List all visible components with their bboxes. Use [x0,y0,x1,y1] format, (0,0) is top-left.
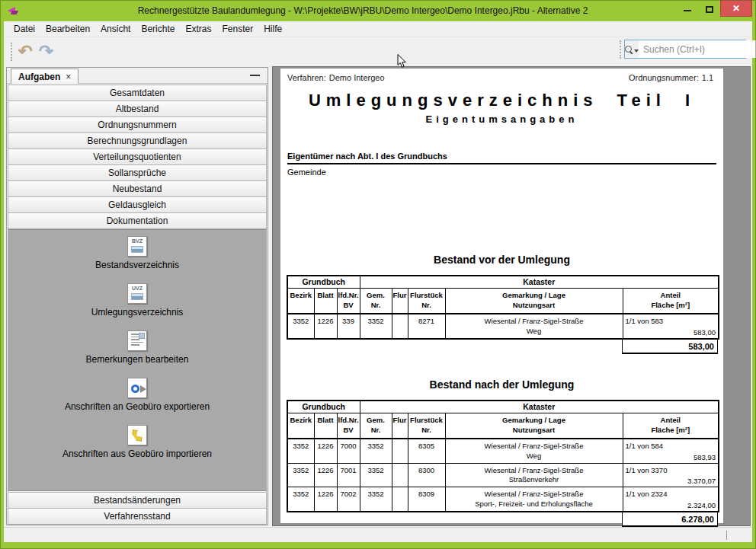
section-title-after: Bestand nach der Umlegung [280,378,723,391]
sidebar-item-verfahrensstand[interactable]: Verfahrensstand [8,508,267,525]
app-logo-icon [7,5,19,17]
maximize-button[interactable] [698,0,720,17]
tasks-panel: Aufgaben × Gesamtdaten Altbestand Ordnun… [6,67,268,525]
bvz-picture [131,246,143,253]
cell-anteil: 1/1 von 584583,93 [623,439,719,463]
menu-datei[interactable]: Datei [8,21,40,37]
sidebar-item-neubestand[interactable]: Neubestand [8,180,267,197]
cell-gemarkung: Wiesental / Franz-Sigel-StraßeSport-, Fr… [445,487,623,512]
owner-heading: Eigentümer nach Abt. I des Grundbuchs [287,152,716,164]
main-area: Aufgaben × Gesamtdaten Altbestand Ordnun… [4,65,752,527]
cell-flur [392,487,408,512]
col-gemarkung: Gemarkung / LageNutzungsart [445,413,623,439]
dokumentation-tasks-area: BVZ Bestandsverzeichnis UVZ Umlegungsver… [8,229,267,491]
cell-bezirk: 3352 [287,439,314,463]
sidebar-item-ordnungsnummern[interactable]: Ordnungsnummern [8,117,267,133]
menu-hilfe[interactable]: Hilfe [258,21,287,37]
sum-row-after: 6.278,00 [287,512,718,527]
menu-berichte[interactable]: Berichte [136,21,180,37]
tab-aufgaben[interactable]: Aufgaben × [11,69,78,84]
cell-anteil: 1/1 von 33703.370,07 [623,463,719,487]
col-blatt: Blatt [314,288,337,314]
sidebar-item-dokumentation[interactable]: Dokumentation [8,212,267,229]
sidebar-item-bestandsaenderungen[interactable]: Bestandsänderungen [8,492,267,509]
sidebar-item-gesamtdaten[interactable]: Gesamtdaten [8,85,267,101]
tab-label: Aufgaben [18,72,60,82]
sidebar-item-altbestand[interactable]: Altbestand [8,101,267,117]
task-anschriften-exportieren[interactable]: Anschriften an Geobüro exportieren [65,378,210,425]
search-toolbar-grip[interactable] [620,40,621,59]
task-bemerkungen-bearbeiten[interactable]: Bemerkungen bearbeiten [86,330,189,378]
owner-value: Gemeinde [287,168,326,177]
col-anteil: AnteilFläche [m²] [623,413,719,439]
col-bezirk: Bezirk [287,288,314,314]
bestand-vor-table: Grundbuch Kataster Bezirk Blatt lfd.Nr.B… [287,275,719,340]
cell-flurstueck: 8300 [408,463,445,487]
sidebar-item-geldausgleich[interactable]: Geldausgleich [8,196,267,213]
report-meta: Verfahren:Demo Intergeo Ordnungsnummer:1… [287,73,716,82]
sidebar-item-sollansprueche[interactable]: Sollansprüche [8,164,267,181]
close-button[interactable]: ✕ [720,0,752,17]
col-flurstueck: FlurstückNr. [408,413,445,439]
window-title: Rechnergestützte Baulandumlegung - W:\Pr… [61,0,665,21]
edit-notes-icon [127,330,147,351]
table-row: 3352 1226 7002 3352 8309 Wiesental / Fra… [287,487,719,512]
cell-gem: 3352 [360,314,392,339]
cell-gem: 3352 [360,463,392,487]
menu-fenster[interactable]: Fenster [216,21,258,37]
menu-extras[interactable]: Extras [180,21,216,37]
search-box [624,40,746,59]
report-page: Verfahren:Demo Intergeo Ordnungsnummer:1… [280,69,723,523]
panel-minimize-button[interactable] [250,75,260,76]
cell-gemarkung: Wiesental / Franz-Sigel-StraßeWeg [445,439,623,463]
verfahren-field: Verfahren:Demo Intergeo [287,73,388,82]
task-label: Umlegungsverzeichnis [91,307,184,318]
bvz-badge: BVZ [132,238,143,245]
title-bar[interactable]: Rechnergestützte Baulandumlegung - W:\Pr… [0,0,756,21]
cell-anteil: 1/1 von 23242.324,00 [623,487,719,512]
uvz-report-icon: UVZ [127,283,147,304]
ordnungsnummer-label: Ordnungsnummer: [629,73,699,82]
sidebar-item-berechnungsgrundlagen[interactable]: Berechnungsgrundlagen [8,132,267,149]
total-before: 583,00 [622,340,718,354]
search-icon [625,46,633,53]
tab-close-icon[interactable]: × [66,72,71,81]
task-bestandsverzeichnis[interactable]: BVZ Bestandsverzeichnis [95,236,179,283]
redo-icon: ↷ [39,43,53,60]
table-row: 3352 1226 7001 3352 8300 Wiesental / Fra… [287,463,719,487]
col-gemarkung: Gemarkung / LageNutzungsart [445,288,623,314]
toolbar-grip[interactable] [11,43,12,61]
cell-bezirk: 3352 [287,487,314,512]
undo-button[interactable]: ↶ [15,41,36,62]
cell-flur [392,439,408,463]
task-anschriften-importieren[interactable]: Anschriften aus Geobüro importieren [62,425,212,472]
col-gem: Gem.Nr. [360,413,392,439]
mouse-cursor [397,54,407,69]
menu-bearbeiten[interactable]: Bearbeiten [40,21,95,37]
cell-flur [392,463,408,487]
import-icon [127,425,147,445]
col-flur: Flur [392,288,408,314]
cell-flur [392,314,408,339]
sidebar-section-list-top: Gesamtdaten Altbestand Ordnungsnummern B… [7,84,267,229]
cell-blatt: 1226 [314,314,337,339]
sidebar-item-verteilungsquotienten[interactable]: Verteilungsquotienten [8,148,267,165]
ordnungsnummer-value: 1.1 [702,73,713,82]
cell-gem: 3352 [360,439,392,463]
menu-ansicht[interactable]: Ansicht [95,21,136,37]
minimize-icon [684,10,691,11]
task-label: Bestandsverzeichnis [95,260,179,270]
cell-lfdnr: 7000 [337,439,360,463]
bvz-report-icon: BVZ [127,236,147,257]
status-bar [4,527,752,542]
table-bestand-nach: Grundbuch Kataster Bezirk Blatt lfd.Nr.B… [287,400,718,527]
table-row: 3352 1226 7000 3352 8305 Wiesental / Fra… [287,439,719,463]
minimize-button[interactable] [676,0,698,17]
cell-gemarkung: Wiesental / Franz-Sigel-StraßeStraßenver… [445,463,623,487]
task-label: Anschriften an Geobüro exportieren [65,401,210,412]
search-input[interactable] [639,40,756,58]
redo-button[interactable]: ↷ [36,41,56,62]
task-umlegungsverzeichnis[interactable]: UVZ Umlegungsverzeichnis [91,283,184,330]
tasks-panel-header: Aufgaben × [7,68,267,84]
search-options-button[interactable] [625,40,639,58]
